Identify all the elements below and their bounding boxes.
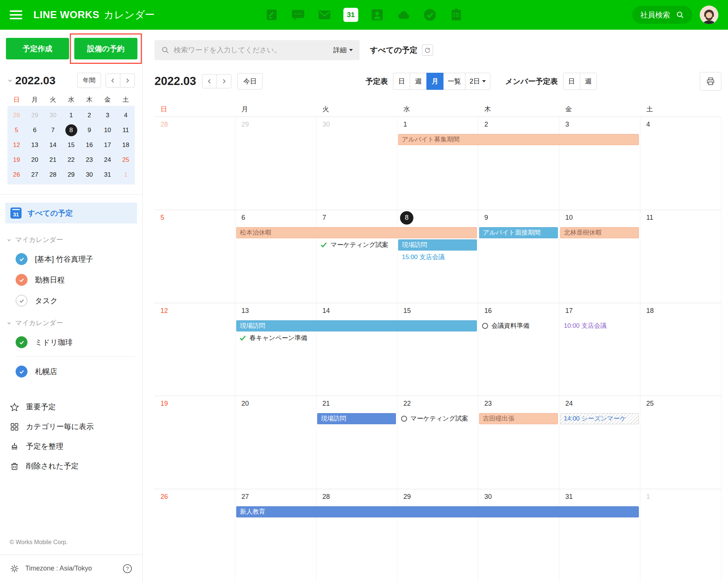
sidebar-item-organize-events[interactable]: 予定を整理 <box>7 441 136 451</box>
day-cell[interactable]: 19 <box>155 396 235 489</box>
mini-day[interactable]: 11 <box>117 123 135 138</box>
day-cell[interactable]: 26 <box>155 489 235 582</box>
search-detail-button[interactable]: 詳細 <box>333 46 353 55</box>
mini-day[interactable]: 13 <box>26 138 44 153</box>
day-cell[interactable]: 1 <box>397 117 478 210</box>
mini-next-month-button[interactable] <box>120 73 135 88</box>
next-month-button[interactable] <box>217 74 231 88</box>
event-bar[interactable]: アルバイト面接期間 <box>479 227 558 238</box>
mini-day[interactable]: 25 <box>117 153 135 167</box>
day-cell[interactable]: 17 <box>559 303 640 396</box>
day-cell[interactable]: 20 <box>235 396 316 489</box>
event-bar[interactable]: アルバイト募集期間 <box>398 134 639 145</box>
mini-day[interactable]: 1 <box>117 167 135 182</box>
mini-day-today[interactable]: 8 <box>62 123 80 138</box>
mini-day[interactable]: 20 <box>26 153 44 167</box>
calendar-item-midori-coffee[interactable]: ミドリ珈琲 <box>7 336 136 348</box>
member-tab-day[interactable]: 日 <box>563 73 580 90</box>
mini-calendar-title[interactable]: 2022.03 <box>7 74 55 87</box>
calendar-checkbox-orange[interactable] <box>16 274 27 286</box>
mini-day[interactable]: 16 <box>80 138 98 153</box>
day-cell[interactable]: 12 <box>155 303 235 396</box>
mini-day[interactable]: 10 <box>98 123 117 138</box>
tab-month[interactable]: 月 <box>426 73 443 90</box>
mini-day[interactable]: 3 <box>98 108 117 123</box>
tab-2day[interactable]: 2日 <box>465 73 490 90</box>
day-cell[interactable]: 24 <box>559 396 640 489</box>
mini-day[interactable]: 28 <box>44 167 62 182</box>
year-view-button[interactable]: 年間 <box>77 73 101 88</box>
calendar-checkbox-green[interactable] <box>16 336 27 348</box>
day-cell[interactable]: 18 <box>640 303 721 396</box>
event-tentative[interactable]: 14:00 シーズンマーケ <box>560 413 639 424</box>
hamburger-menu-icon[interactable] <box>10 8 22 22</box>
day-cell[interactable]: 28 <box>316 489 397 582</box>
day-cell[interactable]: 30 <box>478 489 559 582</box>
task-event-done[interactable]: マーケティング試案 <box>317 239 396 251</box>
calendar-checkbox-blue[interactable] <box>16 253 27 265</box>
day-cell[interactable]: 31 <box>559 489 640 582</box>
day-cell[interactable]: 1 <box>640 489 721 582</box>
sidebar-item-show-by-category[interactable]: カテゴリー毎に表示 <box>7 422 136 432</box>
mini-day[interactable]: 30 <box>44 108 62 123</box>
prev-month-button[interactable] <box>202 74 217 88</box>
day-cell[interactable]: 16 <box>478 303 559 396</box>
day-cell[interactable]: 5 <box>155 210 235 303</box>
mini-day[interactable]: 2 <box>80 108 98 123</box>
day-cell[interactable]: 3 <box>559 117 640 210</box>
mini-day[interactable]: 19 <box>7 153 26 167</box>
tab-list[interactable]: 一覧 <box>443 73 465 90</box>
section-header-my-calendar[interactable]: マイカレンダー <box>7 235 136 244</box>
mini-day[interactable]: 23 <box>80 153 98 167</box>
event-bar[interactable]: 現場訪問 <box>236 320 477 331</box>
mail-icon[interactable] <box>316 7 333 23</box>
mini-day[interactable]: 7 <box>44 123 62 138</box>
event-bar[interactable]: 現場訪問 <box>317 413 396 424</box>
day-cell[interactable]: 9 <box>478 210 559 303</box>
mini-day[interactable]: 29 <box>26 108 44 123</box>
day-cell[interactable]: 7 <box>316 210 397 303</box>
mini-day[interactable]: 26 <box>7 167 26 182</box>
mini-day[interactable]: 4 <box>117 108 135 123</box>
tab-day[interactable]: 日 <box>393 73 410 90</box>
day-cell[interactable]: 30 <box>316 117 397 210</box>
message-icon[interactable] <box>290 7 306 23</box>
today-button[interactable]: 今日 <box>237 73 263 89</box>
day-cell[interactable]: 22 <box>397 396 478 489</box>
day-cell[interactable]: 28 <box>155 117 235 210</box>
day-cell[interactable]: 13 <box>235 303 316 396</box>
mini-day[interactable]: 21 <box>44 153 62 167</box>
mini-day[interactable]: 6 <box>26 123 44 138</box>
day-cell[interactable]: 27 <box>235 489 316 582</box>
note-icon[interactable] <box>264 7 280 23</box>
sidebar-item-all-events[interactable]: 31 すべての予定 <box>5 203 137 223</box>
mini-day[interactable]: 30 <box>80 167 98 182</box>
mini-day[interactable]: 15 <box>62 138 80 153</box>
refresh-button[interactable] <box>422 45 433 56</box>
mini-prev-month-button[interactable] <box>105 73 120 88</box>
drive-cloud-icon[interactable] <box>396 7 412 23</box>
member-search-button[interactable]: 社員検索 <box>632 6 692 24</box>
user-avatar[interactable] <box>700 6 718 24</box>
mini-day[interactable]: 29 <box>62 167 80 182</box>
calendar-item-work-schedule[interactable]: 勤務日程 <box>7 274 136 286</box>
mini-day[interactable]: 18 <box>117 138 135 153</box>
done-check-icon[interactable] <box>422 7 438 23</box>
gear-icon[interactable] <box>10 564 19 573</box>
contacts-icon[interactable] <box>369 7 386 23</box>
create-event-button[interactable]: 予定作成 <box>6 38 69 59</box>
task-event-open[interactable]: 会議資料準備 <box>479 320 558 331</box>
calendar-item-tasks[interactable]: タスク <box>7 295 136 307</box>
day-cell[interactable]: 11 <box>640 210 721 303</box>
mini-day[interactable]: 12 <box>7 138 26 153</box>
day-cell[interactable]: 29 <box>235 117 316 210</box>
event-bar[interactable]: 松本治休暇 <box>236 227 477 238</box>
mini-day[interactable]: 1 <box>62 108 80 123</box>
day-cell[interactable]: 2 <box>478 117 559 210</box>
tasks-clipboard-icon[interactable] <box>448 7 465 23</box>
day-cell[interactable]: 10 <box>559 210 640 303</box>
timed-event[interactable]: 10:00 支店会議 <box>560 320 639 331</box>
calendar-checkbox-royal[interactable] <box>16 366 27 377</box>
calendar-checkbox-task[interactable] <box>16 295 27 307</box>
mini-day[interactable]: 22 <box>62 153 80 167</box>
